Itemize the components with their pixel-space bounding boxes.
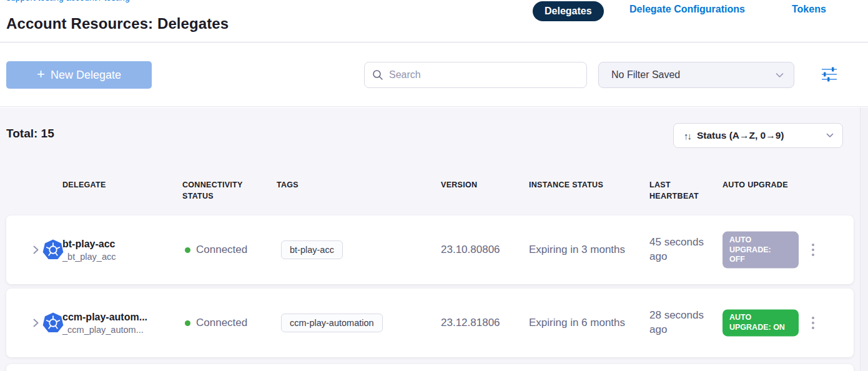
auto-upgrade-badge: AUTO UPGRADE: ON [723, 309, 799, 336]
delegate-identifier: _ccm_play_autom... [62, 325, 147, 335]
auto-upgrade-line: UPGRADE: [729, 245, 792, 255]
delegate-identifier: _bt_play_acc [62, 252, 116, 262]
chevron-down-icon [826, 133, 834, 138]
sort-arrows-icon: ↑↓ [684, 131, 691, 141]
kubernetes-icon [42, 239, 64, 260]
search-input[interactable] [389, 69, 579, 81]
filter-sliders-icon[interactable] [821, 66, 838, 82]
breadcrumb-link[interactable]: support testing account / testing [6, 0, 269, 2]
sort-dropdown[interactable]: ↑↓ Status (A→Z, 0→9) [673, 123, 843, 148]
page-header: support testing account / testing Accoun… [0, 0, 868, 42]
column-header-version: VERSION [441, 180, 477, 191]
kubernetes-icon [42, 312, 64, 334]
sort-dropdown-value: Status (A→Z, 0→9) [697, 130, 820, 141]
tag-chip: ccm-play-automation [281, 314, 383, 332]
column-header-connectivity-status: CONNECTIVITY STATUS [182, 180, 265, 202]
delegates-page: support testing account / testing Accoun… [0, 0, 868, 371]
delegates-list-section: Total: 15 ↑↓ Status (A→Z, 0→9) DELEGATE … [0, 107, 868, 371]
instance-status-cell: Expiring in 3 months [529, 244, 625, 256]
delegate-name[interactable]: bt-play-acc [62, 239, 116, 250]
table-row[interactable]: bt-play-acc _bt_play_acc Connected bt-pl… [6, 215, 854, 284]
tab-tokens[interactable]: Tokens [792, 4, 826, 15]
column-header-instance-status: INSTANCE STATUS [529, 180, 603, 191]
row-menu-kebab-icon[interactable] [809, 241, 817, 259]
tag-chip: bt-play-acc [281, 240, 343, 259]
version-cell: 23.12.81806 [441, 317, 500, 329]
column-header-auto-upgrade: AUTO UPGRADE [723, 180, 788, 191]
auto-upgrade-badge: AUTO UPGRADE: OFF [723, 232, 799, 269]
version-cell: 23.10.80806 [441, 244, 500, 256]
new-delegate-button[interactable]: + New Delegate [6, 61, 152, 89]
auto-upgrade-line: AUTO [729, 313, 792, 323]
chevron-right-icon[interactable] [30, 244, 41, 255]
column-header-delegate: DELEGATE [62, 180, 106, 191]
column-header-last-heartbeat: LAST HEARTBEAT [649, 180, 712, 202]
chevron-down-icon [776, 72, 784, 78]
table-row[interactable]: ccm-play-autom... _ccm_play_autom... Con… [6, 289, 854, 357]
tab-delegates[interactable]: Delegates [533, 1, 604, 21]
connectivity-label: Connected [196, 244, 247, 256]
saved-filter-value: No Filter Saved [611, 69, 776, 81]
auto-upgrade-line: AUTO [729, 235, 792, 245]
last-heartbeat-cell: 28 seconds ago [649, 309, 719, 337]
connected-dot-icon [185, 320, 190, 326]
page-title: Account Resources: Delegates [6, 15, 229, 32]
plus-icon: + [37, 67, 45, 81]
table-row[interactable] [6, 364, 854, 371]
instance-status-cell: Expiring in 6 months [529, 317, 625, 329]
connected-dot-icon [185, 247, 190, 253]
search-icon [372, 69, 383, 81]
new-delegate-button-label: New Delegate [51, 69, 121, 82]
chevron-right-icon[interactable] [30, 317, 41, 329]
total-count: Total: 15 [6, 127, 54, 141]
last-heartbeat-cell: 45 seconds ago [649, 235, 719, 264]
vertical-scrollbar[interactable] [860, 107, 868, 371]
connectivity-status: Connected [185, 244, 247, 256]
saved-filter-dropdown[interactable]: No Filter Saved [598, 62, 794, 88]
connectivity-status: Connected [185, 317, 247, 329]
tab-delegate-configurations[interactable]: Delegate Configurations [629, 4, 745, 15]
toolbar: + New Delegate No Filter Saved [0, 43, 868, 107]
connectivity-label: Connected [196, 317, 247, 329]
delegate-name-block[interactable]: ccm-play-autom... _ccm_play_autom... [62, 312, 147, 335]
delegate-name-block[interactable]: bt-play-acc _bt_play_acc [62, 239, 116, 262]
breadcrumb[interactable]: support testing account / testing [6, 0, 269, 3]
column-header-tags: TAGS [277, 180, 298, 191]
row-menu-kebab-icon[interactable] [809, 314, 817, 332]
auto-upgrade-line: OFF [729, 255, 792, 265]
delegate-name[interactable]: ccm-play-autom... [62, 312, 147, 323]
auto-upgrade-line: UPGRADE: ON [729, 323, 792, 333]
search-box[interactable] [364, 62, 587, 88]
